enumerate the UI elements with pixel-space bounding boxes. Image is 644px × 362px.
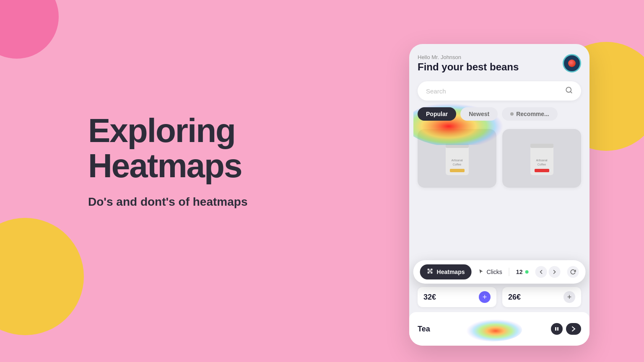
svg-point-21 [428,271,429,272]
main-heading: Find your best beans [418,61,519,73]
tab-recommended-label: Recomme... [516,111,549,117]
price-2: 26€ [508,293,521,302]
chevron-right-icon [552,270,556,274]
tab-dot-icon [510,112,514,116]
tea-heatmap-icon [457,316,524,341]
product-image-1: Artisanal Coffee [418,129,496,188]
filter-tabs: Popular Newest Recomme... [418,107,581,121]
subtitle: Do's and dont's of heatmaps [88,194,247,210]
svg-rect-15 [557,327,558,331]
avatar[interactable] [563,54,581,72]
heatmaps-button[interactable]: Heatmaps [420,264,472,279]
cursor-svg [478,269,484,274]
svg-text:Artisanal: Artisanal [536,159,548,162]
pause-icon [555,327,559,331]
svg-point-24 [429,272,431,274]
tab-popular-label: Popular [426,111,448,117]
nav-prev-button[interactable] [535,266,547,278]
filter-tab-newest[interactable]: Newest [460,107,498,121]
svg-point-19 [431,272,433,274]
tea-controls [551,323,581,335]
toolbar-nav [535,266,560,278]
svg-text:Artisanal: Artisanal [451,159,463,162]
tea-pause-button[interactable] [551,323,563,335]
svg-point-17 [431,269,433,270]
app-header: Hello Mr. Johnson Find your best beans [418,54,581,73]
app-mockup: Hello Mr. Johnson Find your best beans S… [409,44,589,346]
svg-point-18 [428,272,429,274]
price-card-1: 32€ + [418,287,496,307]
refresh-icon [570,269,576,275]
product-card-2[interactable]: Artisanal Coffee [502,129,581,188]
svg-text:Coffee: Coffee [537,163,546,166]
filter-tab-recommended[interactable]: Recomme... [502,107,558,121]
search-bar[interactable]: Search [418,81,581,101]
cursor-icon [478,269,484,276]
nav-next-button[interactable] [548,266,560,278]
tea-label: Tea [418,325,430,334]
svg-point-22 [431,271,432,272]
svg-rect-9 [530,144,553,148]
chevron-left-icon [539,270,543,274]
svg-point-20 [429,270,431,272]
coffee-bag-2-icon: Artisanal Coffee [526,135,558,181]
tea-arrow-button[interactable] [566,323,581,335]
price-card-2: 26€ + [502,287,581,307]
filter-tab-popular[interactable]: Popular [418,107,456,121]
svg-rect-4 [446,144,469,148]
left-content: Exploring Heatmaps Do's and dont's of he… [88,113,247,210]
svg-text:Coffee: Coffee [452,163,461,166]
svg-rect-5 [450,169,465,172]
floating-toolbar: Heatmaps Clicks 12 [413,260,586,284]
toolbar-count: 12 [516,269,529,275]
price-1: 32€ [423,293,436,302]
grid-dots-icon [427,268,434,274]
bg-shape-yellow-left [0,218,84,335]
svg-rect-10 [535,169,549,172]
clicks-button[interactable]: Clicks [478,269,502,276]
product-grid: Artisanal Coffee Artisanal Coffee [418,129,581,188]
tab-newest-label: Newest [469,111,489,117]
svg-point-23 [429,269,431,270]
svg-line-1 [570,91,571,93]
arrow-right-icon [571,326,576,332]
header-text: Hello Mr. Johnson Find your best beans [418,54,519,73]
main-title: Exploring Heatmaps [88,113,247,184]
product-card-1[interactable]: Artisanal Coffee [418,129,496,188]
price-row: 32€ + 26€ + [418,287,581,307]
heatmaps-icon [427,268,434,276]
greeting: Hello Mr. Johnson [418,54,519,60]
refresh-button[interactable] [567,266,579,278]
svg-point-13 [463,318,522,341]
svg-point-16 [428,269,429,270]
tea-heatmap-area [457,316,524,341]
tea-section: Tea [409,312,589,346]
count-value: 12 [516,269,523,275]
svg-rect-14 [555,327,556,331]
coffee-bag-1-icon: Artisanal Coffee [441,135,473,181]
add-button-1[interactable]: + [479,291,491,303]
count-dot-icon [525,270,528,274]
avatar-inner [568,59,576,67]
clicks-label: Clicks [487,269,502,275]
bg-shape-pink-top-left [0,0,59,59]
product-image-2: Artisanal Coffee [502,129,581,188]
toolbar-divider [509,268,509,276]
filter-tabs-container: Popular Newest Recomme... [418,107,581,121]
add-button-2[interactable]: + [564,291,575,303]
search-placeholder-text: Search [426,88,446,95]
heatmaps-label: Heatmaps [437,269,465,275]
search-icon [565,86,573,96]
